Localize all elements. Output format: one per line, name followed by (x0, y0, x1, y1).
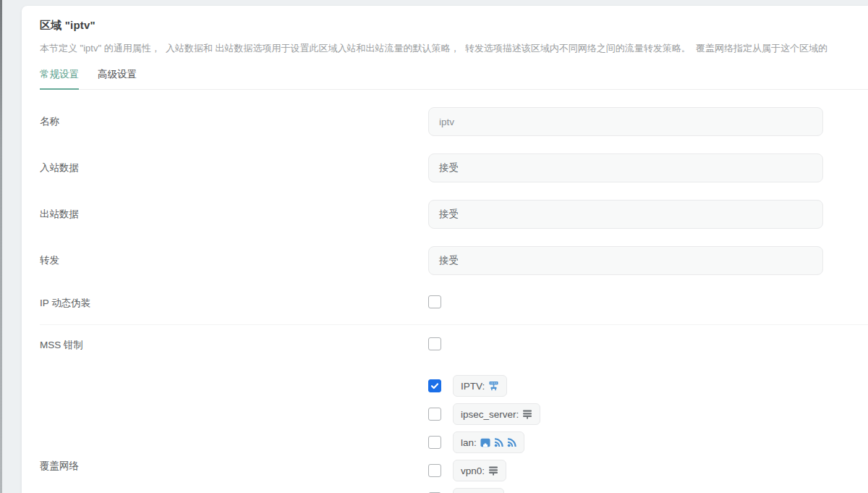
switch-icon (488, 381, 499, 391)
page-title: 区域 "iptv" (40, 19, 868, 33)
name-input[interactable]: iptv (428, 107, 823, 136)
output-policy-label: 出站数据 (40, 208, 428, 221)
input-policy-label: 入站数据 (40, 161, 428, 174)
ethernet-icon (480, 438, 490, 447)
wifi-icon (494, 438, 503, 447)
output-policy-select[interactable]: 接受 (428, 200, 823, 229)
form-row-covered-networks: 覆盖网络 IPTV:ipsec_server:lan:vpn0:wan: (40, 375, 868, 493)
window-edge-strip (0, 0, 2, 493)
zone-form: 名称 iptv 入站数据 接受 出站数据 接受 转发 接受 IP 动态伪装 (40, 107, 868, 493)
form-row-name: 名称 iptv (40, 107, 868, 136)
network-checkbox-lan[interactable] (428, 436, 441, 449)
tab-general-settings[interactable]: 常规设置 (40, 68, 79, 90)
masquerading-label: IP 动态伪装 (40, 297, 428, 310)
network-option-row: lan: (428, 431, 868, 453)
network-option-row: IPTV: (428, 375, 868, 397)
page-description: 本节定义 "iptv" 的通用属性， 入站数据和 出站数据选项用于设置此区域入站… (40, 42, 868, 55)
network-name: vpn0: (461, 465, 485, 476)
network-name: lan: (461, 437, 477, 448)
name-label: 名称 (40, 115, 428, 128)
covered-networks-list: IPTV:ipsec_server:lan:vpn0:wan: (428, 375, 868, 493)
form-row-mss-clamping: MSS 钳制 (40, 337, 868, 353)
wifi-icon (507, 438, 516, 447)
form-row-output-policy: 出站数据 接受 (40, 200, 868, 229)
network-option-row: vpn0: (428, 460, 868, 481)
network-option-row: wan: (428, 488, 868, 493)
form-row-masquerading: IP 动态伪装 (40, 295, 868, 311)
zone-settings-card: 区域 "iptv" 本节定义 "iptv" 的通用属性， 入站数据和 出站数据选… (22, 6, 868, 493)
tunnel-icon (488, 465, 498, 476)
network-badge: ipsec_server: (453, 403, 540, 425)
masquerading-checkbox[interactable] (428, 295, 441, 308)
covered-networks-label: 覆盖网络 (40, 375, 428, 473)
network-name: IPTV: (461, 381, 485, 392)
network-option-row: ipsec_server: (428, 403, 868, 425)
network-badge: wan: (453, 488, 504, 493)
form-row-forward-policy: 转发 接受 (40, 246, 868, 275)
network-badge: IPTV: (453, 375, 507, 397)
network-checkbox-vpn0[interactable] (428, 464, 441, 477)
settings-tabs: 常规设置 高级设置 (40, 68, 868, 90)
mss-clamping-checkbox[interactable] (428, 337, 441, 350)
row-divider (40, 324, 868, 325)
network-badge: lan: (453, 431, 524, 453)
form-row-input-policy: 入站数据 接受 (40, 153, 868, 182)
forward-policy-select[interactable]: 接受 (428, 246, 823, 275)
network-checkbox-IPTV[interactable] (428, 379, 441, 392)
tab-advanced-settings[interactable]: 高级设置 (98, 68, 137, 89)
network-badge: vpn0: (453, 460, 506, 481)
network-name: ipsec_server: (461, 409, 519, 420)
tunnel-icon (522, 409, 532, 419)
mss-clamping-label: MSS 钳制 (40, 339, 428, 352)
forward-policy-label: 转发 (40, 254, 428, 267)
network-checkbox-ipsec_server[interactable] (428, 408, 441, 421)
input-policy-select[interactable]: 接受 (428, 153, 823, 182)
